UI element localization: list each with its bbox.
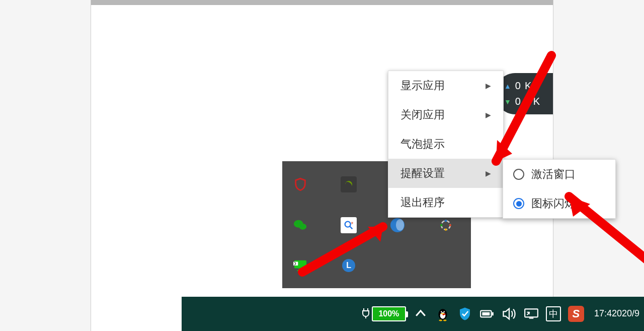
svg-rect-16 [297,271,304,272]
clock-date: 2020/9 [612,308,639,319]
l-badge-icon[interactable]: L [341,257,357,274]
desktop-region: ▲ 0K ▼ 0.5K + [91,0,553,331]
security-shield-icon[interactable] [457,306,472,321]
svg-point-11 [449,224,451,226]
network-speed-widget[interactable]: ▲ 0K ▼ 0.5K [495,73,553,114]
submenu-item-activate-window[interactable]: 激活窗口 [503,160,615,189]
svg-rect-26 [482,312,490,315]
taskbar: 100% 中 S 17:4 2020/9 [182,297,644,331]
notify-settings-submenu: 激活窗口 图标闪烁 [503,159,616,219]
display-settings-icon[interactable] [292,257,308,274]
svg-point-9 [441,221,450,230]
svg-point-22 [439,319,442,321]
svg-point-20 [441,311,442,312]
svg-point-4 [301,226,302,227]
svg-rect-25 [492,312,494,315]
menu-item-label: 显示应用 [400,78,445,93]
menu-item-show-app[interactable]: 显示应用 ▶ [388,71,503,100]
menu-item-label: 关闭应用 [400,107,445,122]
qq-penguin-icon[interactable] [435,306,450,321]
wechat-work-icon[interactable] [438,217,454,233]
submenu-arrow-icon: ▶ [486,82,491,90]
svg-point-19 [440,312,446,319]
tray-chevron-icon[interactable] [413,306,428,321]
menu-item-exit[interactable]: 退出程序 [388,188,503,217]
download-speed-value: 0.5 [515,96,529,107]
svg-point-12 [445,228,447,230]
battery-outline-icon[interactable] [479,306,495,321]
svg-point-21 [443,311,445,312]
svg-rect-28 [529,318,534,319]
battery-level: 100% [372,306,406,321]
menu-item-bubble-tip[interactable]: 气泡提示 [388,129,503,159]
svg-point-23 [443,319,446,321]
mcafee-shield-icon[interactable] [292,176,308,192]
radio-selected-icon [513,198,524,209]
svg-point-13 [440,224,442,226]
arrow-up-icon: ▲ [504,82,511,90]
svg-rect-15 [298,269,302,271]
menu-item-close-app[interactable]: 关闭应用 ▶ [388,100,503,129]
sogou-ime-icon[interactable]: S [568,304,584,324]
menu-item-label: 提醒设置 [400,166,445,181]
submenu-arrow-icon: ▶ [486,169,491,177]
battery-indicator[interactable]: 100% [361,304,406,324]
power-plug-icon [361,307,371,321]
upload-speed-value: 0 [515,80,521,92]
nvidia-icon[interactable] [341,176,357,192]
svg-point-2 [296,222,297,223]
context-menu: 显示应用 ▶ 关闭应用 ▶ 气泡提示 提醒设置 ▶ 退出程序 [388,71,504,218]
submenu-arrow-icon: ▶ [486,111,491,119]
menu-item-label: 气泡提示 [400,137,445,152]
download-speed-row: ▼ 0.5K [504,94,553,109]
svg-point-5 [303,226,304,227]
taskbar-clock[interactable]: 17:4 2020/9 [591,304,639,324]
svg-text:+: + [351,221,354,226]
project-screen-icon[interactable] [524,306,539,321]
upload-speed-unit: K [525,80,531,92]
submenu-item-label: 激活窗口 [531,167,576,182]
svg-rect-27 [525,309,538,317]
upload-speed-row: ▲ 0K [504,78,553,94]
arrow-down-icon: ▼ [504,98,511,106]
clock-time: 17:4 [594,308,612,319]
magnifier-app-icon[interactable]: + [341,217,357,233]
svg-line-7 [350,226,353,229]
menu-item-label: 退出程序 [400,195,445,210]
window-titlebar [91,0,553,5]
submenu-item-label: 图标闪烁 [531,196,576,211]
svg-point-10 [445,220,447,222]
svg-point-3 [299,222,300,223]
submenu-item-icon-flash[interactable]: 图标闪烁 [503,189,615,218]
wechat-icon[interactable] [292,217,308,233]
globe-app-icon[interactable] [389,217,406,233]
menu-item-notify-settings[interactable]: 提醒设置 ▶ [388,159,503,188]
ime-indicator[interactable]: 中 [546,304,561,324]
svg-point-1 [299,223,306,229]
radio-unselected-icon [513,169,524,180]
download-speed-unit: K [533,96,540,107]
svg-point-6 [345,221,351,227]
volume-icon[interactable] [502,306,517,321]
